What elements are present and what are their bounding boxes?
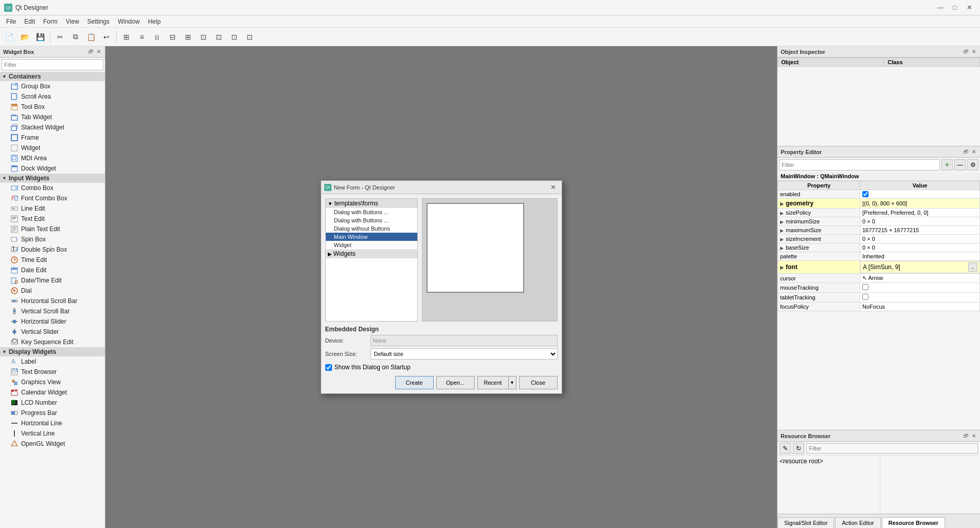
widget-text-browser[interactable]: AB Text Browser: [0, 367, 105, 377]
property-editor-close-btn[interactable]: ✕: [971, 148, 977, 155]
widget-mdi-area[interactable]: MDI Area: [0, 153, 105, 163]
toolbar-copy[interactable]: ⧉: [68, 30, 83, 44]
tab-action-editor[interactable]: Action Editor: [835, 517, 880, 528]
toolbar-layout2[interactable]: ≡: [135, 30, 149, 44]
widget-double-spin-box[interactable]: 1.0 Double Spin Box: [0, 244, 105, 255]
widget-vertical-slider[interactable]: Vertical Slider: [0, 327, 105, 337]
prop-add-btn[interactable]: +: [941, 159, 953, 171]
resource-edit-btn[interactable]: ✎: [780, 443, 791, 454]
widget-tool-box[interactable]: Tool Box: [0, 102, 105, 112]
widget-text-edit[interactable]: Text Edit: [0, 214, 105, 224]
toolbar-paste[interactable]: 📋: [84, 30, 98, 44]
toolbar-layout4[interactable]: ⊟: [165, 30, 180, 44]
widget-time-edit[interactable]: Time Edit: [0, 255, 105, 265]
dialog-close-btn[interactable]: ✕: [548, 183, 559, 192]
menu-settings[interactable]: Settings: [83, 17, 114, 26]
template-item-dialog-buttons-h[interactable]: Dialog with Buttons ...: [326, 208, 417, 216]
menu-help[interactable]: Help: [144, 17, 165, 26]
widget-key-sequence-edit[interactable]: Ctrl Key Sequence Edit: [0, 337, 105, 347]
close-button[interactable]: ✕: [963, 3, 976, 13]
font-edit-btn[interactable]: ...: [968, 262, 977, 272]
prop-minus-btn[interactable]: —: [954, 159, 966, 171]
widget-label[interactable]: A Label: [0, 356, 105, 367]
menu-view[interactable]: View: [62, 17, 83, 26]
template-item-main-window[interactable]: Main Window: [326, 233, 417, 241]
template-item-dialog-buttons-v[interactable]: Dialog with Buttons ...: [326, 216, 417, 224]
tab-signal-slot[interactable]: Signal/Slot Editor: [778, 517, 834, 528]
resource-filter-input[interactable]: [806, 443, 978, 454]
menu-window[interactable]: Window: [114, 17, 144, 26]
toolbar-layout5[interactable]: ⊞: [181, 30, 195, 44]
widget-lcd-number[interactable]: 8 LCD Number: [0, 398, 105, 408]
toolbar-layout9[interactable]: ⊡: [243, 30, 257, 44]
toolbar-undo[interactable]: ↩: [99, 30, 114, 44]
widget-dial[interactable]: Dial: [0, 286, 105, 296]
widget-combo-box[interactable]: ▼ Combo Box: [0, 183, 105, 193]
resource-browser-float-btn[interactable]: 🗗: [963, 432, 970, 439]
toolbar-save[interactable]: 💾: [33, 30, 47, 44]
prop-tablettracking-checkbox[interactable]: [862, 294, 868, 300]
maximize-button[interactable]: □: [948, 3, 961, 13]
widget-scroll-area[interactable]: Scroll Area: [0, 91, 105, 102]
widget-box-close-btn[interactable]: ✕: [96, 48, 102, 55]
widget-plain-text-edit[interactable]: Plain Text Edit: [0, 224, 105, 234]
resource-reload-btn[interactable]: ↻: [793, 443, 804, 454]
property-filter-input[interactable]: [779, 159, 940, 171]
category-input-widgets[interactable]: ▼ Input Widgets: [0, 174, 105, 183]
toolbar-cut[interactable]: ✂: [53, 30, 67, 44]
minimize-button[interactable]: —: [934, 3, 947, 13]
widget-filter-input[interactable]: [2, 59, 103, 70]
toolbar-open[interactable]: 📂: [17, 30, 32, 44]
template-category-root[interactable]: ▼ templates\forms: [326, 199, 417, 208]
widget-graphics-view[interactable]: Graphics View: [0, 377, 105, 387]
widget-group-box[interactable]: GB Group Box: [0, 81, 105, 91]
property-editor-float-btn[interactable]: 🗗: [963, 148, 970, 155]
widget-calendar-widget[interactable]: 12 Calendar Widget: [0, 387, 105, 398]
prop-config-btn[interactable]: ⚙: [967, 159, 978, 171]
menu-edit[interactable]: Edit: [20, 17, 39, 26]
widget-spin-box[interactable]: ▲▼ Spin Box: [0, 234, 105, 244]
widget-datetime-edit[interactable]: Date/Time Edit: [0, 275, 105, 286]
screen-size-select[interactable]: Default size: [371, 348, 558, 360]
template-category-widgets[interactable]: ▶ Widgets: [326, 249, 417, 258]
toolbar-layout7[interactable]: ⊡: [212, 30, 226, 44]
widget-box-float-btn[interactable]: 🗗: [87, 48, 95, 55]
tab-resource-browser[interactable]: Resource Browser: [882, 517, 945, 528]
toolbar-layout6[interactable]: ⊡: [196, 30, 211, 44]
recent-button[interactable]: Recent: [477, 376, 508, 389]
widget-horizontal-slider[interactable]: Horizontal Slider: [0, 316, 105, 327]
menu-file[interactable]: File: [2, 17, 20, 26]
widget-horizontal-line[interactable]: Horizontal Line: [0, 418, 105, 428]
recent-dropdown-btn[interactable]: ▼: [508, 376, 516, 389]
show-dialog-checkbox[interactable]: [325, 364, 332, 371]
object-inspector-close-btn[interactable]: ✕: [971, 48, 977, 55]
toolbar-layout1[interactable]: ⊞: [119, 30, 134, 44]
device-input[interactable]: [371, 335, 558, 346]
widget-line-edit[interactable]: Line Edit: [0, 203, 105, 214]
widget-opengl-widget[interactable]: OpenGL Widget: [0, 439, 105, 449]
toolbar-layout8[interactable]: ⊡: [227, 30, 242, 44]
prop-mousetracking-value[interactable]: [860, 283, 980, 293]
widget-dock-widget[interactable]: Dock Widget: [0, 163, 105, 174]
template-item-widget[interactable]: Widget: [326, 241, 417, 249]
close-dialog-button[interactable]: Close: [519, 376, 558, 389]
widget-horizontal-scroll-bar[interactable]: Horizontal Scroll Bar: [0, 296, 105, 306]
prop-mousetracking-checkbox[interactable]: [862, 284, 868, 290]
category-containers[interactable]: ▼ Containers: [0, 72, 105, 81]
prop-enabled-value[interactable]: [860, 190, 980, 199]
widget-vertical-scroll-bar[interactable]: Vertical Scroll Bar: [0, 306, 105, 316]
widget-frame[interactable]: Frame: [0, 133, 105, 143]
toolbar-layout3[interactable]: ⫼: [150, 30, 164, 44]
object-inspector-float-btn[interactable]: 🗗: [963, 48, 970, 55]
menu-form[interactable]: Form: [39, 17, 62, 26]
resource-browser-close-btn[interactable]: ✕: [971, 432, 977, 439]
widget-tab-widget[interactable]: Tab Widget: [0, 112, 105, 122]
create-button[interactable]: Create: [395, 376, 434, 389]
widget-progress-bar[interactable]: Progress Bar: [0, 408, 105, 418]
canvas-area[interactable]: Qt New Form - Qt Designer ✕ ▼ templates\…: [105, 46, 777, 528]
category-display-widgets[interactable]: ▼ Display Widgets: [0, 347, 105, 356]
widget-font-combo-box[interactable]: F▼ Font Combo Box: [0, 193, 105, 203]
toolbar-new[interactable]: 📄: [2, 30, 16, 44]
widget-stacked-widget[interactable]: Stacked Widget: [0, 122, 105, 133]
prop-enabled-checkbox[interactable]: [862, 191, 868, 197]
